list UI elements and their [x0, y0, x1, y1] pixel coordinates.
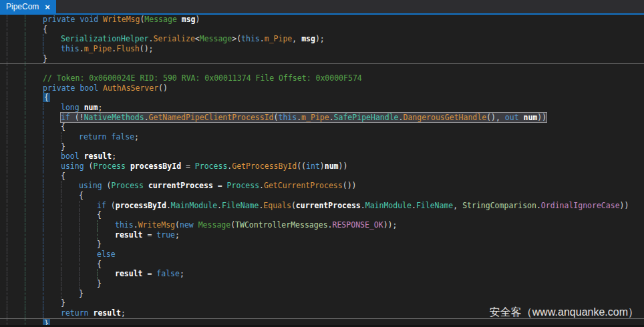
tab-pipecom[interactable]: PipeCom × — [0, 0, 56, 13]
code-token: this — [61, 44, 79, 53]
indent-guide — [79, 260, 97, 270]
code-line[interactable]: using (Process currentProcess = Process.… — [0, 181, 644, 191]
indent-guide — [43, 34, 61, 44]
code-line[interactable]: } — [0, 54, 644, 64]
indent-guide — [7, 93, 25, 103]
code-token: FileName — [222, 201, 259, 210]
code-token: . — [536, 201, 541, 210]
indent-guide — [43, 142, 61, 152]
indent-guide — [43, 230, 61, 240]
code-token: ) — [196, 15, 200, 24]
code-token: = — [143, 269, 157, 278]
indent-guide — [25, 132, 43, 142]
indent-guide — [25, 113, 43, 123]
code-token: OrdinalIgnoreCase — [541, 201, 620, 210]
indent-guide — [25, 308, 43, 318]
code-line[interactable]: } — [0, 289, 644, 299]
code-text: { — [61, 172, 65, 182]
code-token: . — [166, 201, 171, 210]
code-token: result — [93, 308, 121, 318]
code-line[interactable]: private void WriteMsg(Message msg) — [0, 15, 644, 25]
indent-guide — [7, 181, 25, 191]
indent-guide — [61, 250, 79, 260]
code-line[interactable]: result = false; — [0, 269, 644, 279]
indent-guide — [25, 93, 43, 103]
indent-guide — [7, 289, 25, 299]
code-line[interactable]: } — [0, 240, 644, 250]
indent-guide — [43, 220, 61, 230]
indent-guide — [97, 220, 115, 230]
code-line[interactable]: long num; — [0, 103, 644, 113]
code-area[interactable]: private void WriteMsg(Message msg){Seria… — [0, 15, 644, 327]
code-token — [519, 113, 524, 122]
code-line[interactable]: using (Process processById = Process.Get… — [0, 161, 644, 172]
code-line[interactable]: if (processById.MainModule.FileName.Equa… — [0, 201, 644, 211]
code-token: if — [97, 201, 106, 210]
code-line[interactable]: bool result; — [0, 151, 644, 161]
code-line[interactable]: { — [0, 93, 644, 103]
code-token: ( — [106, 201, 116, 210]
code-token: ( — [84, 161, 94, 171]
indent-guide — [79, 279, 97, 289]
code-line[interactable]: { — [0, 122, 644, 132]
code-line[interactable]: else — [0, 250, 644, 260]
code-token: Flush — [116, 44, 140, 53]
code-token: else — [97, 250, 116, 259]
code-line[interactable]: } — [0, 142, 644, 152]
code-token: } — [79, 289, 84, 298]
code-token: () — [158, 83, 168, 93]
tab-title: PipeCom — [6, 2, 39, 11]
code-text: else — [97, 250, 116, 260]
code-line[interactable] — [0, 63, 644, 73]
code-token: bool — [61, 151, 79, 161]
code-line[interactable]: { — [0, 172, 644, 182]
code-line[interactable]: private bool AuthAsServer() — [0, 83, 644, 93]
indent-guide — [43, 210, 61, 220]
code-token: TWControllerMessages — [235, 220, 327, 230]
indent-guide — [61, 260, 79, 270]
indent-guide — [61, 279, 79, 289]
code-token: } — [61, 298, 65, 308]
code-line[interactable]: } — [0, 279, 644, 289]
code-line[interactable]: // Token: 0x0600024E RID: 590 RVA: 0x000… — [0, 73, 644, 83]
code-line[interactable]: { — [0, 210, 644, 220]
code-token: // Token: 0x0600024E RID: 590 RVA: 0x000… — [43, 73, 362, 83]
indent-guide — [43, 44, 61, 54]
code-text: using (Process currentProcess = Process.… — [79, 181, 357, 191]
indent-guide — [25, 201, 43, 211]
code-text: { — [79, 191, 84, 201]
code-token: Equals — [263, 201, 291, 210]
indent-guide — [25, 172, 43, 182]
code-token: private void — [43, 15, 103, 24]
code-line[interactable]: { — [0, 25, 644, 35]
indent-guide — [61, 191, 79, 201]
code-token: (( — [297, 161, 306, 171]
code-text: private void WriteMsg(Message msg) — [43, 15, 200, 25]
code-token: . — [217, 201, 222, 210]
indent-guide — [61, 230, 79, 240]
indent-guide — [97, 269, 115, 279]
code-text: { — [61, 122, 65, 132]
code-line[interactable]: this.WriteMsg(new Message(TWControllerMe… — [0, 220, 644, 230]
code-line[interactable]: SerializationHelper.Serialize<Message>(t… — [0, 34, 644, 44]
code-line[interactable]: { — [0, 191, 644, 201]
code-line[interactable]: result = true; — [0, 230, 644, 240]
code-token: if — [61, 113, 70, 122]
code-line[interactable]: { — [0, 260, 644, 270]
indent-guide — [7, 172, 25, 182]
code-token: Message — [200, 34, 232, 43]
indent-guide — [25, 142, 43, 152]
code-line[interactable]: this.m_Pipe.Flush(); — [0, 44, 644, 54]
code-token: using — [79, 181, 102, 190]
indent-guide — [7, 201, 25, 211]
code-text: { — [43, 25, 47, 35]
code-line[interactable]: if (!NativeMethods.GetNamedPipeClientPro… — [0, 113, 644, 123]
indent-guide — [25, 34, 43, 44]
indent-guide — [7, 260, 25, 270]
indent-guide — [79, 210, 97, 220]
code-token: ( — [102, 181, 112, 190]
code-line[interactable]: return false; — [0, 132, 644, 142]
tab-bar: PipeCom × — [0, 0, 644, 13]
indent-guide — [61, 220, 79, 230]
close-icon[interactable]: × — [45, 3, 50, 11]
